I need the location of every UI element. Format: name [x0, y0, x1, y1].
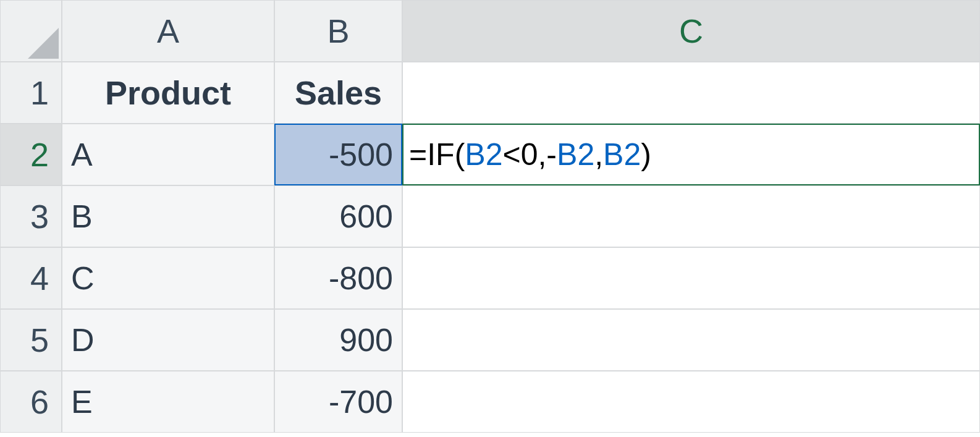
cell-C4[interactable] [402, 247, 980, 309]
cell-B5[interactable]: 900 [274, 309, 402, 371]
cell-B3[interactable]: 600 [274, 185, 402, 247]
cell-A6[interactable]: E [62, 371, 274, 433]
cell-B2[interactable]: -500 [274, 124, 402, 185]
cell-A3[interactable]: B [62, 185, 274, 247]
spreadsheet-grid: A B C 1 Product Sales 2 A -500 =IF(B2<0,… [0, 0, 980, 433]
col-header-C[interactable]: C [402, 0, 980, 62]
col-header-B[interactable]: B [274, 0, 402, 62]
formula-text: =IF(B2<0,-B2,B2) [409, 137, 651, 172]
cell-A1[interactable]: Product [62, 62, 274, 124]
select-all-triangle-icon [22, 22, 59, 59]
cell-A5[interactable]: D [62, 309, 274, 371]
cell-C5[interactable] [402, 309, 980, 371]
cell-B6[interactable]: -700 [274, 371, 402, 433]
row-header-4[interactable]: 4 [0, 247, 62, 309]
row-header-6[interactable]: 6 [0, 371, 62, 433]
cell-B1[interactable]: Sales [274, 62, 402, 124]
col-header-A[interactable]: A [62, 0, 274, 62]
cell-A2[interactable]: A [62, 124, 274, 185]
row-header-5[interactable]: 5 [0, 309, 62, 371]
cell-B4[interactable]: -800 [274, 247, 402, 309]
select-all-corner[interactable] [0, 0, 62, 62]
row-header-2[interactable]: 2 [0, 124, 62, 185]
cell-C2-formula-editor[interactable]: =IF(B2<0,-B2,B2) [402, 124, 980, 185]
cell-C3[interactable] [402, 185, 980, 247]
row-header-3[interactable]: 3 [0, 185, 62, 247]
cell-C1[interactable] [402, 62, 980, 124]
svg-marker-0 [28, 28, 59, 59]
cell-A4[interactable]: C [62, 247, 274, 309]
row-header-1[interactable]: 1 [0, 62, 62, 124]
cell-C6[interactable] [402, 371, 980, 433]
